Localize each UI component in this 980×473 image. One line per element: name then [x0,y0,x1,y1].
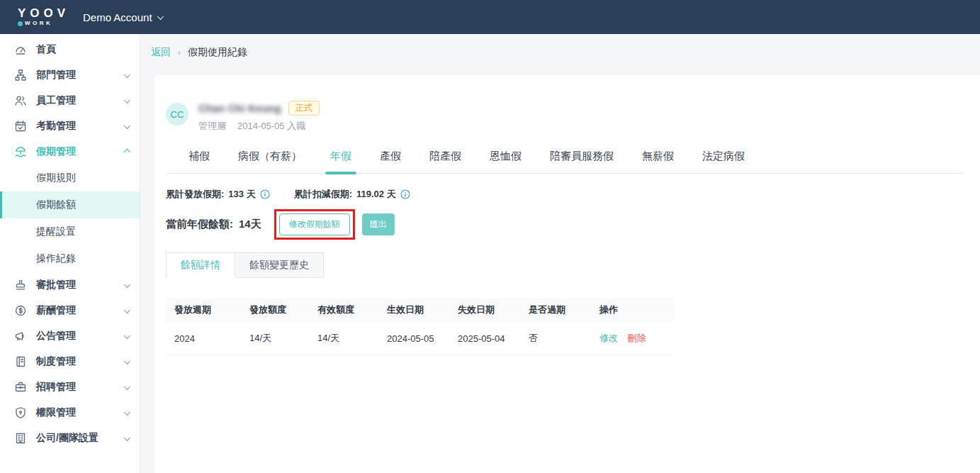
current-balance-value: 14天 [239,218,261,231]
sidebar-subitem-operation-log[interactable]: 操作紀錄 [0,245,140,272]
avatar: CC [166,103,188,126]
col-header-valid: 有效額度 [309,298,378,322]
sidebar-item-label: 薪酬管理 [36,304,125,317]
detail-tabs: 餘額詳情 餘額變更歷史 [166,252,963,278]
granted-leave-value: 133 天 [228,188,255,201]
sidebar-item-attendance[interactable]: 考勤管理 [0,113,140,139]
vacation-icon [14,145,27,158]
chevron-down-icon [124,434,131,441]
sidebar-subitem-label: 提醒設置 [36,226,76,238]
dashboard-icon [14,43,27,56]
sidebar-subitem-label: 操作紀錄 [36,252,76,265]
sidebar-item-label: 假期管理 [36,145,125,158]
sidebar-item-label: 部門管理 [36,69,125,82]
sidebar-item-company-settings[interactable]: 公司/團隊設置 [0,425,140,451]
chevron-down-icon [124,71,131,78]
deducted-leave-label: 累計扣減假期: [294,188,352,201]
logo-text-work: WORK [25,20,52,27]
leave-stats: 累計發放假期: 133 天 累計扣減假期: 119.02 天 [166,188,963,201]
chevron-down-icon [124,408,131,416]
annotation-highlight-box: 修改假期餘額 [274,209,355,240]
col-header-granted: 發放額度 [241,298,309,322]
cell-effective-date: 2024-05-05 [378,322,449,355]
sidebar-item-departments[interactable]: 部門管理 [0,62,140,88]
approval-stamp-icon [14,279,27,291]
sidebar-item-payroll[interactable]: 薪酬管理 [0,298,140,323]
org-chart-icon [14,69,27,82]
sidebar-item-label: 考勤管理 [36,120,125,133]
logo-dot-icon [18,21,23,26]
info-icon[interactable] [260,189,270,199]
chevron-down-icon [124,332,131,339]
sidebar-item-announcements[interactable]: 公告管理 [0,323,140,349]
tab-jury-service-leave[interactable]: 陪審員服務假 [536,150,628,173]
sidebar-item-permissions[interactable]: 權限管理 [0,400,140,425]
leave-record-card: CC Chan Chi Keung 正式 管理層 2014-05-05 入職 補… [154,75,980,473]
tab-paid-sick-leave[interactable]: 病假（有薪） [224,150,316,173]
breadcrumb-current: 假期使用紀錄 [188,46,247,59]
sidebar-item-label: 公告管理 [36,330,125,343]
attendance-calendar-icon [14,120,27,133]
sidebar-item-label: 制度管理 [36,355,125,368]
chevron-down-icon [124,383,131,390]
col-header-effective-date: 生效日期 [378,298,449,322]
tab-annual-leave[interactable]: 年假 [316,150,366,173]
breadcrumb: 返回 › 假期使用紀錄 [141,34,980,71]
employee-name: Chan Chi Keung [198,102,281,114]
breadcrumb-separator: › [178,48,181,57]
edit-link[interactable]: 修改 [599,333,618,343]
col-header-expired: 是否過期 [520,298,591,322]
sidebar-subitem-leave-rules[interactable]: 假期規則 [0,165,140,191]
granted-leave-label: 累計發放假期: [166,188,224,201]
account-menu[interactable]: Demo Account [83,11,163,23]
export-button[interactable]: 匯出 [362,213,395,235]
cell-actions: 修改 刪除 [591,322,675,355]
col-header-actions: 操作 [591,298,675,322]
employee-join-date: 2014-05-05 入職 [237,120,305,133]
chevron-down-icon [157,13,164,20]
permission-shield-icon [14,406,27,419]
current-balance-label: 當前年假餘額: [166,218,233,231]
chevron-up-icon [124,148,131,155]
sidebar-subitem-reminder-settings[interactable]: 提醒設置 [0,218,140,245]
sidebar-item-label: 權限管理 [36,406,125,419]
balance-row: 當前年假餘額: 14天 修改假期餘額 匯出 [166,209,963,240]
yoov-logo[interactable]: YOOV WORK [18,7,67,27]
sidebar-subitem-leave-balance[interactable]: 假期餘額 [0,191,140,218]
main-content: 返回 › 假期使用紀錄 CC Chan Chi Keung 正式 管理層 201… [141,34,980,473]
sidebar-item-label: 審批管理 [36,279,125,291]
tab-balance-change-history[interactable]: 餘額變更歷史 [235,252,324,278]
announcement-megaphone-icon [14,330,27,343]
tab-paternity-leave[interactable]: 陪產假 [415,150,475,173]
modify-balance-button[interactable]: 修改假期餘額 [279,213,350,235]
sidebar-item-home[interactable]: 首頁 [0,37,140,62]
tab-statutory-sick-leave[interactable]: 法定病假 [688,150,759,173]
tab-maternity-leave[interactable]: 產假 [366,150,415,173]
cell-granted: 14/天 [241,322,309,355]
employees-icon [14,94,27,107]
tab-no-pay-leave[interactable]: 無薪假 [628,150,688,173]
sidebar-item-recruitment[interactable]: 招聘管理 [0,374,140,400]
sidebar-item-approval[interactable]: 審批管理 [0,272,140,298]
delete-link[interactable]: 刪除 [628,333,646,343]
sidebar-item-employees[interactable]: 員工管理 [0,88,140,113]
sidebar-item-leave[interactable]: 假期管理 [0,139,140,165]
tab-balance-details[interactable]: 餘額詳情 [166,252,235,278]
info-icon[interactable] [400,189,410,199]
tab-compensatory-leave[interactable]: 補假 [174,150,224,173]
tab-compassionate-leave[interactable]: 恩恤假 [475,150,536,173]
sidebar-subitem-label: 假期餘額 [36,199,76,211]
top-header: YOOV WORK Demo Account [0,0,980,34]
recruitment-briefcase-icon [14,381,27,394]
account-menu-label: Demo Account [83,11,152,23]
cell-valid: 14/天 [309,322,378,355]
breadcrumb-back-link[interactable]: 返回 [151,46,171,59]
leave-type-tabs: 補假 病假（有薪） 年假 產假 陪產假 恩恤假 陪審員服務假 無薪假 法定病假 [166,150,963,174]
sidebar: 首頁 部門管理 員工管理 考勤管理 假期管理 假期規則 假期餘額 提醒設置 [0,34,140,473]
table-header-row: 發放週期 發放額度 有效額度 生效日期 失效日期 是否過期 操作 [166,298,675,322]
logo-text-yoov: YOOV [18,7,67,20]
sidebar-item-label: 首頁 [36,43,130,56]
sidebar-item-policy[interactable]: 制度管理 [0,349,140,374]
chevron-down-icon [124,96,131,104]
col-header-cycle: 發放週期 [166,298,241,322]
